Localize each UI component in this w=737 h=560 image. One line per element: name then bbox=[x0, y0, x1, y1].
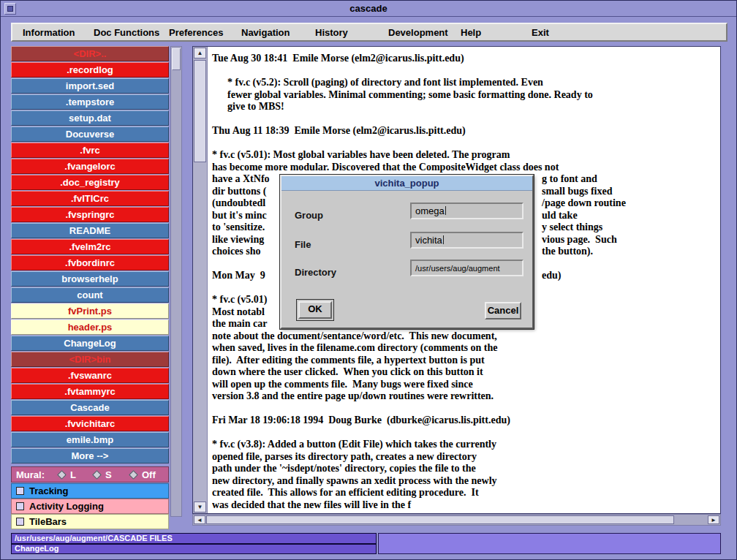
log-line: version 3.8 and the entire page up/down … bbox=[212, 390, 717, 403]
log-line: fewer global variables. Minimal commenti… bbox=[212, 89, 717, 102]
sidebar-item-browserhelp[interactable]: browserhelp bbox=[11, 271, 169, 287]
status-file-bar: ChangeLog bbox=[11, 544, 377, 554]
sidebar-scrollbar[interactable] bbox=[170, 46, 182, 517]
cascade-window: cascade Information Doc Functions Prefer… bbox=[0, 0, 737, 560]
mural-radio-s-icon[interactable] bbox=[92, 470, 102, 480]
sidebar-item-header-ps[interactable]: header.ps bbox=[11, 319, 169, 335]
group-value: omega bbox=[415, 205, 445, 216]
menu-item-development[interactable]: Development bbox=[388, 27, 448, 38]
scroll-down-arrow-icon[interactable]: ▼ bbox=[194, 502, 206, 512]
log-line: was decided that the new files will live… bbox=[212, 499, 717, 508]
sidebar-scrollbar-thumb[interactable] bbox=[172, 48, 181, 70]
menu-item-exit[interactable]: Exit bbox=[532, 27, 549, 38]
log-line: has become more modular. Discovered that… bbox=[212, 162, 717, 174]
log-line: when saved, lives in the filename.com di… bbox=[212, 342, 717, 355]
sidebar-item-fvrc[interactable]: .fvrc bbox=[11, 143, 169, 158]
log-line: created file. This allows for an efficie… bbox=[212, 487, 717, 499]
menu-item-information[interactable]: Information bbox=[23, 27, 75, 38]
cancel-button[interactable]: Cancel bbox=[485, 302, 521, 319]
text-caret bbox=[445, 206, 446, 215]
sidebar-item-docuverse[interactable]: Docuverse bbox=[11, 126, 169, 142]
sidebar-item-fvelm2rc[interactable]: .fvelm2rc bbox=[11, 239, 169, 254]
menu-item-preferences[interactable]: Preferences bbox=[169, 27, 223, 38]
menu-item-help[interactable]: Help bbox=[461, 27, 481, 38]
status-path-bar: /usr/users/aug/augment/CASCADE FILES bbox=[11, 533, 377, 544]
main-vertical-scrollbar-thumb[interactable] bbox=[194, 60, 206, 162]
sidebar-item-changelog[interactable]: ChangeLog bbox=[11, 336, 169, 351]
sidebar-item-more[interactable]: More --> bbox=[11, 448, 169, 463]
log-line: Thu Aug 11 18:39 Emile Morse (elm2@icaru… bbox=[212, 125, 717, 137]
vichita-popup-dialog: vichita_popup Group omega File vichita D… bbox=[280, 175, 534, 329]
file-label: File bbox=[295, 239, 311, 250]
tilebars-checkbox[interactable] bbox=[16, 518, 24, 526]
ok-button-default-ring: OK bbox=[296, 299, 334, 321]
mural-bar: Mural: L S Off bbox=[11, 466, 169, 483]
log-line: will open up the comments file. Many bug… bbox=[212, 379, 717, 391]
file-value: vichita bbox=[415, 235, 442, 246]
sidebar-item-fvswanrc[interactable]: .fvswanrc bbox=[11, 368, 169, 383]
sidebar-item-fvangelorc[interactable]: .fvangelorc bbox=[11, 159, 169, 174]
toggle-activity-logging[interactable]: Activity Logging bbox=[11, 499, 169, 514]
log-line: give to MBS! bbox=[212, 101, 717, 113]
mural-option-off[interactable]: Off bbox=[142, 469, 156, 480]
menu-item-doc-functions[interactable]: Doc Functions bbox=[94, 27, 159, 38]
mural-option-s[interactable]: S bbox=[105, 469, 112, 480]
main-horizontal-scrollbar-thumb[interactable] bbox=[206, 515, 674, 524]
log-line: new directory, and finally spawns an xed… bbox=[212, 475, 717, 488]
log-line: opened file, parses its directory path, … bbox=[212, 451, 717, 463]
file-field[interactable]: vichita bbox=[410, 232, 524, 249]
sidebar-item-fvspringrc[interactable]: .fvspringrc bbox=[11, 207, 169, 222]
log-line: Fri Mar 18 19:06:18 1994 Doug Burke (dbu… bbox=[212, 415, 717, 427]
mural-radio-l-icon[interactable] bbox=[57, 470, 67, 480]
status-right-panel bbox=[378, 533, 721, 554]
toggle-tracking[interactable]: Tracking bbox=[11, 483, 169, 499]
menubar: Information Doc Functions Preferences Na… bbox=[11, 23, 727, 42]
sidebar-item-doc-registry[interactable]: .doc_registry bbox=[11, 175, 169, 190]
main-vertical-scrollbar[interactable]: ▲ ▼ bbox=[193, 47, 208, 513]
menu-item-navigation[interactable]: Navigation bbox=[241, 27, 290, 38]
log-line: file). After editing the comments file, … bbox=[212, 355, 717, 367]
log-line: * fv.c (v3.8): Added a button (Edit File… bbox=[212, 439, 717, 451]
toggle-tilebars[interactable]: TileBars bbox=[11, 514, 169, 529]
mural-radio-off-icon[interactable] bbox=[129, 470, 138, 480]
sidebar-item-tempstore[interactable]: .tempstore bbox=[11, 94, 169, 110]
sidebar-item-dir-bin[interactable]: <DIR>bin bbox=[11, 352, 169, 367]
tracking-checkbox[interactable] bbox=[16, 487, 24, 495]
text-caret bbox=[443, 235, 444, 244]
sidebar-item-fviticrc[interactable]: .fvITICrc bbox=[11, 191, 169, 206]
group-field[interactable]: omega bbox=[410, 203, 524, 219]
log-line bbox=[212, 65, 717, 77]
log-line: down where the user clicked. When you cl… bbox=[212, 366, 717, 379]
sidebar-item-count[interactable]: count bbox=[11, 287, 169, 303]
sidebar-item-emile-bmp[interactable]: emile.bmp bbox=[11, 432, 169, 447]
log-line bbox=[212, 427, 717, 439]
scroll-up-arrow-icon[interactable]: ▲ bbox=[194, 48, 206, 58]
sidebar-item-fvtammyrc[interactable]: .fvtammyrc bbox=[11, 384, 169, 399]
tilebars-label: TileBars bbox=[29, 516, 67, 527]
sidebar-item-import-sed[interactable]: import.sed bbox=[11, 78, 169, 94]
titlebar: cascade bbox=[1, 1, 736, 17]
sidebar-item-fvbordinrc[interactable]: .fvbordinrc bbox=[11, 255, 169, 270]
ok-button[interactable]: OK bbox=[298, 301, 332, 319]
main-horizontal-scrollbar[interactable]: ◄ ► bbox=[192, 514, 721, 526]
mural-label: Mural: bbox=[16, 469, 45, 480]
sidebar-item-fvvichitarc[interactable]: .fvvichitarc bbox=[11, 416, 169, 431]
directory-value: /usr/users/aug/augment bbox=[415, 264, 500, 273]
scroll-left-arrow-icon[interactable]: ◄ bbox=[194, 515, 205, 524]
sidebar-item-cascade[interactable]: Cascade bbox=[11, 400, 169, 415]
sidebar-item-fvprint-ps[interactable]: fvPrint.ps bbox=[11, 303, 169, 319]
log-line: note about the document/sentance/word/et… bbox=[212, 330, 717, 343]
scroll-right-arrow-icon[interactable]: ► bbox=[708, 515, 719, 524]
sidebar-item-dir[interactable]: <DIR>.. bbox=[11, 46, 169, 61]
log-line: * fv.c (v5.2): Scroll (paging) of direct… bbox=[212, 77, 717, 89]
mural-option-l[interactable]: L bbox=[70, 469, 76, 480]
activity-logging-checkbox[interactable] bbox=[16, 502, 24, 510]
log-line bbox=[212, 113, 717, 126]
directory-label: Directory bbox=[295, 267, 336, 278]
dialog-title[interactable]: vichita_popup bbox=[281, 176, 532, 191]
sidebar-item-readme[interactable]: README bbox=[11, 223, 169, 238]
directory-field[interactable]: /usr/users/aug/augment bbox=[410, 260, 524, 276]
sidebar-item-setup-dat[interactable]: setup.dat bbox=[11, 110, 169, 126]
menu-item-history[interactable]: History bbox=[315, 27, 348, 38]
sidebar-item-recordlog[interactable]: .recordlog bbox=[11, 62, 169, 77]
